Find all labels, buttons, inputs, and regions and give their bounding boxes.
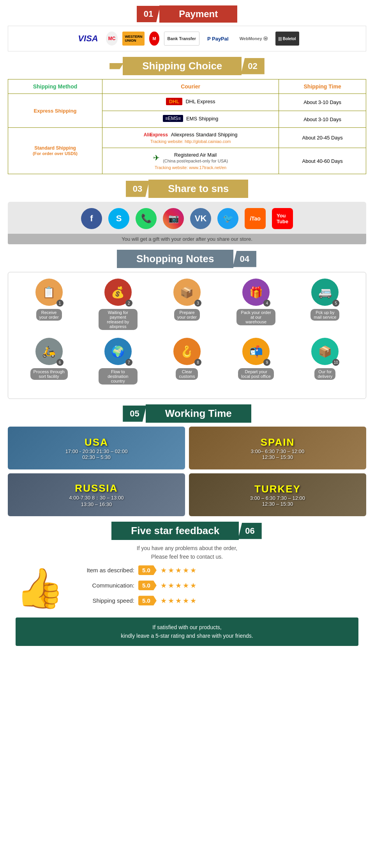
notes-num: 04 (233, 251, 256, 267)
col-method: Shipping Method (8, 79, 102, 94)
paypal-icon: P PayPal (204, 32, 232, 46)
star: ★ (183, 581, 189, 590)
vk-icon[interactable]: VK (190, 208, 211, 229)
step7-circle: 🌍7 (104, 338, 132, 365)
star: ★ (175, 566, 182, 575)
webmoney-icon: WebMoney ⓦ (236, 32, 271, 46)
rating-label-1: Item as described: (72, 567, 134, 573)
ems-courier-cell: ≡EMS≡ EMS Shipping (102, 111, 279, 128)
step5-label: Pck up bymail service (310, 309, 339, 321)
step7-label: Flow to destinationcountry (99, 368, 138, 385)
sns-title: Share to sns (148, 180, 248, 198)
rating-score-2: 5.0 (138, 580, 157, 590)
sns-section: f S 📞 📷 VK 🐦 iTao YouTube You will get a… (8, 202, 366, 244)
star: ★ (168, 596, 174, 605)
note-step-5: 🚐5 Pck up bymail service (305, 279, 344, 330)
step9-label: Depart yourlocal post office (238, 368, 274, 380)
col-time: Shipping Time (279, 79, 366, 94)
feedback-section: If you have any problems about the order… (8, 544, 366, 646)
note-step-2: 💰2 Waiting for paymentreleased by alixpr… (99, 279, 138, 330)
working-title: Working Time (146, 404, 251, 423)
step5-circle: 🚐5 (311, 279, 339, 306)
footer-banner: If satisfied with our products, kindly l… (16, 617, 358, 646)
feedback-subtitle-line2: Please feel free to contact us. (151, 554, 223, 560)
step10-label: Our fordelivery (314, 368, 335, 380)
step3-circle: 📦3 (173, 279, 201, 306)
feedback-subtitle-line1: If you have any problems about the order… (137, 545, 237, 551)
airmail-courier-cell: ✈ Registered Air Mail(China post/epacket… (102, 148, 279, 174)
feedback-content: 👍 Item as described: 5.0 ★ ★ ★ ★ ★ Commu… (8, 565, 366, 611)
itao-icon[interactable]: iTao (245, 208, 266, 229)
shipping-num-right: 02 (241, 58, 264, 74)
whatsapp-icon[interactable]: 📞 (136, 208, 157, 229)
turkey-time-card: TURKEY 3:00 – 6:30 7:30 – 12:0012:30 – 1… (189, 473, 366, 516)
working-num: 05 (123, 406, 146, 422)
usa-time-card: USA 17:00 - 20:30 21:30 – 02:0002:30 – 5… (8, 427, 185, 469)
step2-label: Waiting for paymentreleased by alixpress (99, 309, 138, 330)
rating-row-2: Communication: 5.0 ★ ★ ★ ★ ★ (72, 580, 366, 590)
step1-label: Receiveyour order (36, 309, 62, 321)
shipping-table: Shipping Method Courier Shipping Time Ex… (8, 79, 366, 174)
note-step-1: 📋1 Receiveyour order (30, 279, 69, 330)
aliexpress-tracking: Tracking website: http://global.cainiao.… (108, 139, 273, 144)
star: ★ (168, 581, 174, 590)
aliexpress-time: About 20-45 Days (279, 128, 366, 148)
feedback-num: 06 (238, 523, 261, 539)
bank-transfer-icon: Bank Transfer (164, 32, 199, 46)
step9-circle: 📬9 (242, 338, 270, 365)
skype-icon[interactable]: S (108, 208, 129, 229)
table-row: Express Shipping DHL DHL Express About 3… (8, 94, 366, 111)
sns-header: 03 Share to sns (0, 180, 374, 198)
step1-circle: 📋1 (35, 279, 63, 306)
star: ★ (168, 566, 174, 575)
turkey-country: TURKEY (250, 483, 305, 495)
working-time-grid: USA 17:00 - 20:30 21:30 – 02:0002:30 – 5… (8, 427, 366, 516)
shipping-num-left (109, 63, 123, 69)
youtube-icon[interactable]: YouTube (272, 208, 293, 229)
ems-time: About 3-10 Days (279, 111, 366, 128)
usa-hours: 17:00 - 20:30 21:30 – 02:0002:30 – 5:30 (65, 448, 128, 460)
airmail-time: About 40-60 Days (279, 148, 366, 174)
notes-container: 📋1 Receiveyour order 💰2 Waiting for paym… (8, 272, 366, 399)
maestro-icon: M (149, 32, 159, 46)
notes-row-1: 📋1 Receiveyour order 💰2 Waiting for paym… (14, 279, 360, 330)
step6-circle: 🛵6 (35, 338, 63, 365)
facebook-icon[interactable]: f (81, 208, 102, 229)
step8-circle: 🪝8 (173, 338, 201, 365)
thumbs-up-icon: 👍 (16, 565, 64, 611)
star: ★ (161, 566, 167, 575)
sns-num: 03 (126, 181, 149, 197)
aliexpress-name: Aliexpress Standard Shipping (171, 132, 238, 138)
mastercard-icon: MC (106, 32, 118, 46)
dhl-name: DHL Express (185, 99, 215, 104)
stars-3: ★ ★ ★ ★ ★ (161, 596, 196, 605)
star: ★ (161, 581, 167, 590)
star: ★ (190, 596, 196, 605)
notes-title: Shopping Notes (117, 250, 233, 268)
star: ★ (190, 581, 196, 590)
spain-hours: 3:00– 6:30 7:30 – 12:0012:30 – 15:30 (251, 448, 304, 460)
stars-1: ★ ★ ★ ★ ★ (161, 566, 196, 575)
russia-hours: 4:00-7:30 8：30 – 13:0013:30 – 16:30 (69, 494, 123, 507)
shipping-header: Shipping Choice 02 (0, 57, 374, 75)
twitter-icon[interactable]: 🐦 (217, 208, 238, 229)
western-union-icon: WESTERNUNION (122, 32, 145, 46)
note-step-9: 📬9 Depart yourlocal post office (236, 338, 275, 385)
turkey-hours: 3:00 – 6:30 7:30 – 12:0012:30 – 15:30 (250, 495, 305, 507)
star: ★ (190, 566, 196, 575)
working-time-section: USA 17:00 - 20:30 21:30 – 02:0002:30 – 5… (8, 427, 366, 516)
spain-country: SPAIN (251, 436, 304, 448)
dhl-courier-cell: DHL DHL Express (102, 94, 279, 111)
aliexpress-courier-cell: AliExpress Aliexpress Standard Shipping … (102, 128, 279, 148)
shipping-title: Shipping Choice (123, 57, 242, 75)
rating-row-1: Item as described: 5.0 ★ ★ ★ ★ ★ (72, 565, 366, 575)
step3-label: Prepareyour order (174, 309, 200, 321)
standard-shipping-label: Standard Shipping(For order over USD5) (8, 128, 102, 174)
rating-score-3: 5.0 (138, 596, 157, 605)
sns-icons-row: f S 📞 📷 VK 🐦 iTao YouTube (8, 202, 366, 235)
footer-line1: If satisfied with our products, (152, 624, 221, 630)
notes-header: Shopping Notes 04 (0, 250, 374, 268)
step8-label: Clearcustoms (176, 368, 198, 380)
instagram-icon[interactable]: 📷 (163, 208, 184, 229)
step2-circle: 💰2 (104, 279, 132, 306)
